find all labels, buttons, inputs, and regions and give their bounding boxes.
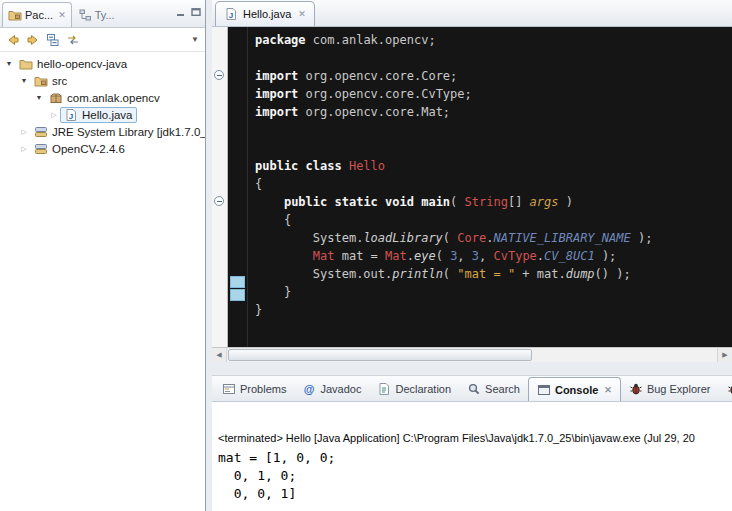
code-token: } <box>255 303 262 317</box>
tab-search[interactable]: Search <box>459 377 528 401</box>
problems-icon <box>222 382 236 396</box>
code-line[interactable]: import org.opencv.core.Mat; <box>255 103 732 121</box>
tree-item-hello-opencv-java[interactable]: ▼hello-opencv-java <box>0 55 205 72</box>
editor-area: J Hello.java ✕ package com.anlak.opencv;… <box>212 0 732 362</box>
tab-problems[interactable]: Problems <box>214 377 294 401</box>
tree-item-com-anlak-opencv[interactable]: ▼com.anlak.opencv <box>0 89 205 106</box>
console-output-area[interactable]: <terminated> Hello [Java Application] C:… <box>212 402 732 511</box>
code-token: ( <box>436 249 450 263</box>
code-line[interactable] <box>255 139 732 157</box>
tab-label: Console <box>555 384 598 396</box>
editor-tab-hello-java[interactable]: J Hello.java ✕ <box>215 1 315 26</box>
bottom-view-tabbar: Problems @ Javadoc Declaration Search <box>212 376 732 402</box>
code-token: org.opencv.core.CvType; <box>298 87 471 101</box>
code-token <box>255 195 284 209</box>
console-output-line: 0, 0, 1] <box>218 485 732 503</box>
code-token: main <box>421 195 450 209</box>
tree-item-content[interactable]: JRE System Library [jdk1.7.0_25] <box>30 124 206 140</box>
close-icon[interactable]: ✕ <box>604 385 612 395</box>
code-token: "mat = " <box>457 267 515 281</box>
tree-item-content[interactable]: OpenCV-2.4.6 <box>30 141 129 157</box>
selection-block <box>230 276 245 288</box>
scroll-right-icon[interactable]: ▶ <box>717 348 732 362</box>
tree-item-opencv-2-4-6[interactable]: ▷OpenCV-2.4.6 <box>0 140 205 157</box>
fold-collapse-icon[interactable] <box>214 70 224 80</box>
collapsed-arrow-icon[interactable]: ▷ <box>18 128 30 136</box>
project-tree: ▼hello-opencv-java▼src▼com.anlak.opencv▷… <box>0 52 205 157</box>
tree-item-label: JRE System Library [jdk1.7.0_25] <box>52 126 206 138</box>
code-line[interactable] <box>255 49 732 67</box>
tab-bug-explorer[interactable]: Bug Explorer <box>621 377 719 401</box>
code-line[interactable]: { <box>255 211 732 229</box>
code-line[interactable] <box>255 121 732 139</box>
tree-item-label: src <box>52 75 67 87</box>
bug-icon <box>629 382 643 396</box>
editor-tab-label: Hello.java <box>243 8 291 20</box>
tab-package-explorer[interactable]: Pac... ✕ <box>2 2 72 27</box>
tab-label: Pac... <box>25 9 53 21</box>
annotation-ruler[interactable] <box>212 27 228 347</box>
tab-javadoc[interactable]: @ Javadoc <box>294 377 369 401</box>
tab-declaration[interactable]: Declaration <box>369 377 459 401</box>
close-icon[interactable]: ✕ <box>58 10 66 20</box>
maximize-icon[interactable] <box>190 6 202 18</box>
scrollbar-thumb[interactable] <box>228 349 532 361</box>
tree-item-hello-java[interactable]: ▷JHello.java <box>0 106 205 123</box>
code-line[interactable]: import org.opencv.core.CvType; <box>255 85 732 103</box>
code-token: + mat. <box>515 267 566 281</box>
code-line[interactable]: Mat mat = Mat.eye( 3, 3, CvType.CV_8UC1 … <box>255 247 732 265</box>
tree-item-content[interactable]: src <box>30 73 71 89</box>
tree-item-label: Hello.java <box>82 109 133 121</box>
console-view: Problems @ Javadoc Declaration Search <box>212 375 732 511</box>
horizontal-scrollbar[interactable]: ◀ ▶ <box>212 347 732 362</box>
expanded-arrow-icon[interactable]: ▼ <box>33 94 45 101</box>
code-line[interactable]: } <box>255 283 732 301</box>
scroll-left-icon[interactable]: ◀ <box>212 348 227 362</box>
tab-type-hierarchy[interactable]: Ty... <box>72 2 121 27</box>
code-editor[interactable]: package com.anlak.opencv; import org.ope… <box>228 27 732 347</box>
console-icon <box>537 383 551 397</box>
code-token: () ); <box>595 267 631 281</box>
code-line[interactable]: System.loadLibrary( Core.NATIVE_LIBRARY_… <box>255 229 732 247</box>
code-line[interactable]: public class Hello <box>255 157 732 175</box>
tab-label: Javadoc <box>320 383 361 395</box>
fold-collapse-icon[interactable] <box>214 196 224 206</box>
close-icon[interactable]: ✕ <box>298 9 306 19</box>
link-with-editor-icon[interactable] <box>66 33 80 47</box>
code-line[interactable]: public static void main( String[] args ) <box>255 193 732 211</box>
code-token: ); <box>631 231 653 245</box>
code-line[interactable]: package com.anlak.opencv; <box>255 31 732 49</box>
code-line[interactable]: } <box>255 301 732 319</box>
scrollbar-track[interactable] <box>227 348 717 362</box>
tree-item-jre-system-library-jdk1-7-0-[interactable]: ▷JRE System Library [jdk1.7.0_25] <box>0 123 205 140</box>
tab-console[interactable]: Console ✕ <box>528 377 621 401</box>
svg-text:J: J <box>229 11 233 20</box>
editor-body: package com.anlak.opencv; import org.ope… <box>212 27 732 347</box>
code-token: import <box>255 105 298 119</box>
javadoc-icon: @ <box>302 382 316 396</box>
tab-label: Declaration <box>395 383 451 395</box>
code-token: eye <box>414 249 436 263</box>
code-token: , <box>479 249 493 263</box>
collapsed-arrow-icon[interactable]: ▷ <box>48 111 60 119</box>
tree-item-src[interactable]: ▼src <box>0 72 205 89</box>
tab-bug[interactable]: Bug <box>719 377 732 401</box>
forward-icon[interactable] <box>26 33 40 47</box>
code-line[interactable]: import org.opencv.core.Core; <box>255 67 732 85</box>
view-menu-icon[interactable]: ▼ <box>191 35 199 44</box>
tree-item-content[interactable]: com.anlak.opencv <box>45 90 164 106</box>
tree-item-content[interactable]: JHello.java <box>60 107 137 123</box>
collapsed-arrow-icon[interactable]: ▷ <box>18 145 30 153</box>
code-line[interactable]: System.out.println( "mat = " + mat.dump(… <box>255 265 732 283</box>
code-line[interactable]: { <box>255 175 732 193</box>
expanded-arrow-icon[interactable]: ▼ <box>18 77 30 84</box>
code-token: CV_8UC1 <box>544 249 595 263</box>
code-token: { <box>255 177 262 191</box>
expanded-arrow-icon[interactable]: ▼ <box>3 60 15 67</box>
tree-item-content[interactable]: hello-opencv-java <box>15 56 131 72</box>
code-token: args <box>530 195 559 209</box>
tab-label: Search <box>485 383 520 395</box>
minimize-icon[interactable] <box>175 6 187 18</box>
collapse-all-icon[interactable] <box>46 33 60 47</box>
back-icon[interactable] <box>6 33 20 47</box>
